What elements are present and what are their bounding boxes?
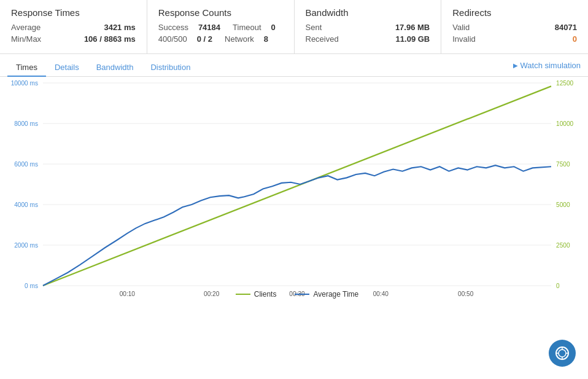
network-value: 8 bbox=[264, 34, 268, 44]
clients-line-indicator bbox=[236, 294, 250, 295]
legend-avg-time: Average Time bbox=[295, 290, 358, 299]
avg-time-legend-label: Average Time bbox=[313, 290, 358, 299]
received-value: 11.09 GB bbox=[396, 34, 430, 44]
redirects-card: Redirects Valid 84071 Invalid 0 bbox=[441, 0, 588, 53]
response-counts-title: Response Counts bbox=[158, 7, 283, 18]
svg-text:2500: 2500 bbox=[556, 242, 570, 249]
svg-text:00:10: 00:10 bbox=[120, 291, 135, 297]
stats-bar: Response Times Average 3421 ms Min/Max 1… bbox=[0, 0, 588, 54]
play-icon: ▶ bbox=[513, 62, 518, 69]
svg-text:2000 ms: 2000 ms bbox=[14, 242, 38, 249]
chart-area: 10000 ms 8000 ms 6000 ms 4000 ms 2000 ms… bbox=[0, 77, 588, 316]
clients-legend-label: Clients bbox=[254, 290, 277, 299]
invalid-label: Invalid bbox=[452, 34, 476, 44]
legend-clients: Clients bbox=[236, 290, 277, 299]
received-label: Received bbox=[306, 34, 339, 44]
bandwidth-card: Bandwidth Sent 17.96 MB Received 11.09 G… bbox=[295, 0, 442, 53]
sent-label: Sent bbox=[306, 23, 322, 32]
svg-text:4000 ms: 4000 ms bbox=[14, 201, 38, 208]
success-label: Success bbox=[158, 23, 188, 32]
tab-times[interactable]: Times bbox=[7, 59, 46, 77]
svg-text:8000 ms: 8000 ms bbox=[14, 120, 38, 127]
svg-text:0: 0 bbox=[556, 283, 560, 289]
svg-text:00:20: 00:20 bbox=[204, 291, 219, 297]
svg-text:12500: 12500 bbox=[556, 80, 573, 87]
timeout-label: Timeout bbox=[233, 23, 261, 32]
invalid-value: 0 bbox=[573, 34, 577, 44]
redirects-title: Redirects bbox=[452, 7, 577, 18]
svg-text:5000: 5000 bbox=[556, 201, 570, 208]
svg-text:10000 ms: 10000 ms bbox=[11, 80, 38, 87]
average-label: Average bbox=[11, 23, 41, 32]
status-value: 0 / 2 bbox=[197, 34, 212, 44]
tab-bandwidth[interactable]: Bandwidth bbox=[88, 59, 142, 77]
minmax-label: Min/Max bbox=[11, 34, 41, 44]
minmax-value: 106 / 8863 ms bbox=[84, 34, 136, 44]
timeout-value: 0 bbox=[271, 23, 276, 32]
avg-time-line bbox=[43, 165, 551, 286]
success-value: 74184 bbox=[198, 23, 220, 32]
svg-text:7500: 7500 bbox=[556, 161, 570, 168]
main-chart: 10000 ms 8000 ms 6000 ms 4000 ms 2000 ms… bbox=[43, 83, 551, 286]
svg-text:0 ms: 0 ms bbox=[25, 283, 38, 289]
watch-simulation-label: Watch simulation bbox=[520, 61, 581, 70]
svg-text:6000 ms: 6000 ms bbox=[14, 161, 38, 168]
response-counts-card: Response Counts Success 74184 Timeout 0 … bbox=[147, 0, 295, 53]
average-value: 3421 ms bbox=[104, 23, 135, 32]
svg-line-23 bbox=[43, 86, 551, 286]
tab-details[interactable]: Details bbox=[46, 59, 88, 77]
svg-text:00:50: 00:50 bbox=[458, 291, 473, 297]
bandwidth-title: Bandwidth bbox=[306, 7, 430, 18]
tab-distribution[interactable]: Distribution bbox=[142, 59, 199, 77]
avg-time-line-indicator bbox=[295, 294, 309, 295]
sent-value: 17.96 MB bbox=[395, 23, 430, 32]
response-times-title: Response Times bbox=[11, 7, 136, 18]
valid-label: Valid bbox=[452, 23, 470, 32]
response-times-card: Response Times Average 3421 ms Min/Max 1… bbox=[0, 0, 147, 53]
network-label: Network bbox=[225, 34, 254, 44]
watch-simulation-button[interactable]: ▶ Watch simulation bbox=[513, 61, 581, 75]
svg-text:10000: 10000 bbox=[556, 120, 573, 127]
tabs-row: Times Details Bandwidth Distribution ▶ W… bbox=[0, 54, 588, 77]
status-label: 400/500 bbox=[158, 34, 187, 44]
valid-value: 84071 bbox=[555, 23, 577, 32]
svg-text:00:40: 00:40 bbox=[373, 291, 389, 297]
